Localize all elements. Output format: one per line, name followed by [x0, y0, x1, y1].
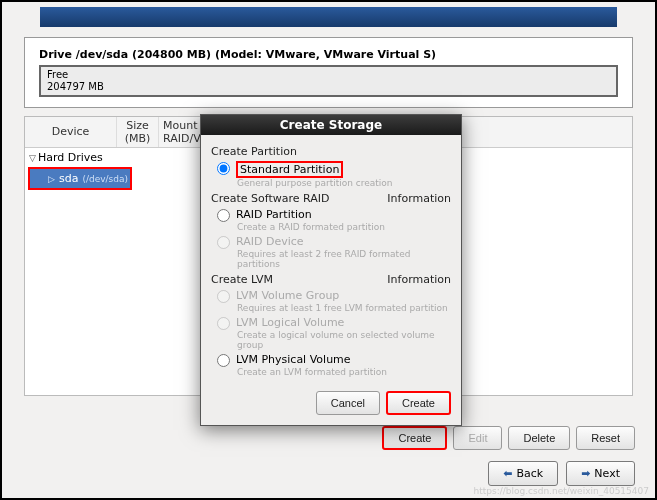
opt-raid-device: RAID Device [217, 235, 451, 249]
dialog-title: Create Storage [201, 115, 461, 135]
opt-lvm-vg: LVM Volume Group [217, 289, 451, 303]
desc-raid-part: Create a RAID formated partition [237, 222, 451, 232]
section-partition: Create Partition [211, 145, 451, 158]
watermark: https://blog.csdn.net/weixin_40515407 [473, 486, 649, 496]
radio-lvm-pv[interactable] [217, 354, 230, 367]
hard-drives-label: Hard Drives [38, 151, 103, 164]
create-storage-dialog: Create Storage Create Partition Standard… [200, 114, 462, 426]
create-button[interactable]: Create [382, 426, 447, 450]
next-label: Next [594, 467, 620, 480]
desc-standard: General purpose partition creation [237, 178, 451, 188]
dialog-create-button[interactable]: Create [386, 391, 451, 415]
back-label: Back [516, 467, 543, 480]
opt-lvm-pv[interactable]: LVM Physical Volume [217, 353, 451, 367]
col-size[interactable]: Size (MB) [117, 117, 159, 147]
section-lvm: Create LVM Information [211, 273, 451, 286]
info-link-lvm[interactable]: Information [387, 273, 451, 286]
dialog-cancel-button[interactable]: Cancel [316, 391, 380, 415]
opt-raid-partition[interactable]: RAID Partition [217, 208, 451, 222]
desc-lvm-lv: Create a logical volume on selected volu… [237, 330, 451, 350]
back-button[interactable]: ⬅ Back [488, 461, 558, 486]
radio-standard[interactable] [217, 162, 230, 175]
section-raid: Create Software RAID Information [211, 192, 451, 205]
radio-lvm-lv [217, 317, 230, 330]
delete-button[interactable]: Delete [508, 426, 570, 450]
drive-free-size: 204797 MB [47, 81, 610, 93]
desc-lvm-pv: Create an LVM formated partition [237, 367, 451, 377]
action-buttons: Create Edit Delete Reset [382, 426, 635, 450]
drive-free-label: Free [47, 69, 610, 81]
radio-raid-dev [217, 236, 230, 249]
next-button[interactable]: ➡ Next [566, 461, 635, 486]
row-sda[interactable]: ▷ sda (/dev/sda) [28, 167, 132, 190]
info-link-raid[interactable]: Information [387, 192, 451, 205]
drive-panel: Drive /dev/sda (204800 MB) (Model: VMwar… [24, 37, 633, 108]
nav-buttons: ⬅ Back ➡ Next [488, 461, 635, 486]
header-bar [40, 7, 617, 27]
opt-lvm-lv: LVM Logical Volume [217, 316, 451, 330]
arrow-right-icon: ➡ [581, 467, 590, 480]
dialog-buttons: Cancel Create [201, 385, 461, 425]
opt-standard-partition[interactable]: Standard Partition [217, 161, 451, 178]
expand-icon[interactable]: ▷ [48, 174, 55, 184]
arrow-left-icon: ⬅ [503, 467, 512, 480]
edit-button: Edit [453, 426, 502, 450]
desc-raid-dev: Requires at least 2 free RAID formated p… [237, 249, 451, 269]
sda-name: sda [59, 172, 78, 185]
col-device[interactable]: Device [25, 117, 117, 147]
sda-path: (/dev/sda) [82, 174, 128, 184]
desc-lvm-vg: Requires at least 1 free LVM formated pa… [237, 303, 451, 313]
drive-title: Drive /dev/sda (204800 MB) (Model: VMwar… [39, 48, 618, 61]
window: Drive /dev/sda (204800 MB) (Model: VMwar… [0, 0, 657, 500]
reset-button[interactable]: Reset [576, 426, 635, 450]
dialog-body: Create Partition Standard Partition Gene… [201, 135, 461, 385]
expand-icon[interactable]: ▽ [29, 153, 36, 163]
radio-lvm-vg [217, 290, 230, 303]
radio-raid-part[interactable] [217, 209, 230, 222]
drive-free-box: Free 204797 MB [39, 65, 618, 97]
